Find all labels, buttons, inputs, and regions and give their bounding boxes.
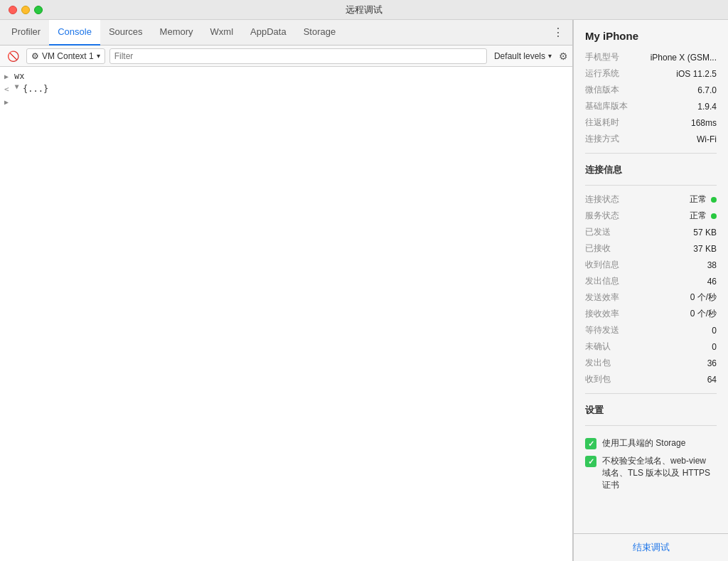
device-info-table: 手机型号 iPhone X (GSM... 运行系统 iOS 11.2.5 微信… — [574, 49, 728, 147]
label-msg-out: 发出信息 — [585, 275, 628, 287]
value-msg-in: 38 — [707, 259, 717, 271]
divider-4 — [585, 425, 717, 426]
label-rtt: 往返耗时 — [585, 117, 628, 129]
info-row-conn: 连接方式 Wi-Fi — [585, 131, 717, 147]
info-row-lib: 基础库版本 1.9.4 — [585, 98, 717, 114]
info-row-wechat: 微信版本 6.7.0 — [585, 82, 717, 98]
tab-sources[interactable]: Sources — [100, 20, 151, 46]
info-row-svc-status: 服务状态 正常 — [585, 208, 717, 224]
end-debug-button[interactable]: 结束调试 — [633, 541, 670, 554]
divider-3 — [585, 393, 717, 394]
maximize-button[interactable] — [34, 6, 43, 14]
connection-section-header: 连接信息 — [574, 159, 728, 179]
setting-ssl-label: 不校验安全域名、web-view 域名、TLS 版本以及 HTTPS 证书 — [602, 455, 717, 491]
value-pkt-out: 36 — [707, 357, 717, 369]
tab-bar: Profiler Console Sources Memory Wxml App… — [0, 20, 572, 46]
divider-1 — [585, 153, 717, 154]
expand-arrow-obj[interactable]: ▶ — [14, 85, 21, 93]
less-than-icon: < — [4, 85, 13, 94]
context-label: VM Context 1 — [42, 51, 94, 61]
info-row-pending: 等待发送 0 — [585, 322, 717, 338]
setting-storage-checkbox[interactable] — [585, 438, 596, 449]
value-phone-model: iPhone X (GSM... — [651, 51, 717, 63]
window-title: 远程调试 — [346, 4, 382, 16]
context-dropdown-icon: ▾ — [97, 52, 100, 60]
minimize-button[interactable] — [21, 6, 30, 14]
console-toolbar: 🚫 ⚙ VM Context 1 ▾ Default levels ▾ ⚙ — [0, 46, 572, 67]
tab-console[interactable]: Console — [49, 20, 100, 46]
device-title: My iPhone — [574, 20, 728, 49]
value-os: iOS 11.2.5 — [676, 68, 717, 80]
console-line-3[interactable]: ▶ — [0, 95, 572, 108]
label-unconfirmed: 未确认 — [585, 341, 628, 353]
label-recv-rate: 接收效率 — [585, 308, 628, 320]
value-msg-out: 46 — [707, 275, 717, 287]
connection-info-table: 连接状态 正常 服务状态 正常 已发送 57 KB 已接收 37 KB — [574, 191, 728, 388]
levels-dropdown-icon: ▾ — [548, 52, 552, 60]
label-wechat: 微信版本 — [585, 84, 628, 96]
setting-ssl-checkbox[interactable] — [585, 456, 596, 467]
value-send-rate: 0 个/秒 — [690, 292, 717, 304]
info-row-pkt-out: 发出包 36 — [585, 355, 717, 371]
vm-context-icon: ⚙ — [31, 51, 39, 61]
traffic-lights — [9, 6, 43, 14]
setting-storage-label: 使用工具端的 Storage — [602, 437, 685, 449]
levels-label: Default levels — [494, 51, 545, 61]
label-pending: 等待发送 — [585, 324, 628, 336]
label-conn: 连接方式 — [585, 133, 628, 145]
label-pkt-in: 收到包 — [585, 373, 628, 385]
label-pkt-out: 发出包 — [585, 357, 628, 369]
console-text-wx: wx — [14, 71, 24, 81]
info-row-pkt-in: 收到包 64 — [585, 371, 717, 388]
info-row-msg-in: 收到信息 38 — [585, 257, 717, 273]
filter-input[interactable] — [109, 48, 487, 64]
info-row-unconfirmed: 未确认 0 — [585, 338, 717, 355]
label-phone-model: 手机型号 — [585, 51, 628, 63]
main-layout: Profiler Console Sources Memory Wxml App… — [0, 20, 728, 561]
expand-arrow-wx[interactable]: ▶ — [4, 73, 13, 80]
label-lib: 基础库版本 — [585, 100, 628, 112]
value-lib: 1.9.4 — [697, 100, 717, 112]
close-button[interactable] — [9, 6, 17, 14]
end-debug-area: 结束调试 — [574, 533, 728, 561]
console-line-wx[interactable]: ▶ wx — [0, 70, 572, 82]
more-tabs-icon[interactable]: ⋮ — [547, 26, 569, 39]
label-os: 运行系统 — [585, 68, 628, 80]
setting-ssl-row: 不校验安全域名、web-view 域名、TLS 版本以及 HTTPS 证书 — [585, 455, 717, 491]
value-wechat: 6.7.0 — [697, 84, 717, 96]
clear-console-button[interactable]: 🚫 — [4, 49, 22, 63]
settings-gear-button[interactable]: ⚙ — [559, 50, 568, 62]
info-row-phone-model: 手机型号 iPhone X (GSM... — [585, 49, 717, 65]
info-row-received: 已接收 37 KB — [585, 240, 717, 257]
value-conn: Wi-Fi — [697, 133, 717, 145]
settings-section: 使用工具端的 Storage 不校验安全域名、web-view 域名、TLS 版… — [574, 432, 728, 503]
value-received: 37 KB — [693, 242, 717, 255]
levels-dropdown[interactable]: Default levels ▾ — [491, 50, 555, 63]
label-svc-status: 服务状态 — [585, 210, 628, 222]
tab-wxml[interactable]: Wxml — [202, 20, 242, 46]
titlebar: 远程调试 — [0, 0, 728, 20]
label-msg-in: 收到信息 — [585, 259, 628, 271]
right-panel: My iPhone 手机型号 iPhone X (GSM... 运行系统 iOS… — [573, 20, 728, 561]
conn-status-dot — [711, 197, 717, 203]
label-conn-status: 连接状态 — [585, 193, 628, 205]
info-row-os: 运行系统 iOS 11.2.5 — [585, 65, 717, 82]
tab-memory[interactable]: Memory — [151, 20, 202, 46]
expand-arrow-3[interactable]: ▶ — [4, 98, 13, 106]
value-unconfirmed: 0 — [712, 341, 717, 353]
tab-appdata[interactable]: AppData — [242, 20, 295, 46]
info-row-conn-status: 连接状态 正常 — [585, 191, 717, 208]
info-row-send-rate: 发送效率 0 个/秒 — [585, 289, 717, 306]
info-row-rtt: 往返耗时 168ms — [585, 114, 717, 131]
console-text-obj: {...} — [23, 84, 48, 94]
console-content: ▶ wx < ▶ {...} ▶ — [0, 67, 572, 561]
tab-storage[interactable]: Storage — [295, 20, 345, 46]
label-send-rate: 发送效率 — [585, 292, 628, 304]
info-row-msg-out: 发出信息 46 — [585, 273, 717, 289]
left-panel: Profiler Console Sources Memory Wxml App… — [0, 20, 573, 561]
context-selector[interactable]: ⚙ VM Context 1 ▾ — [26, 48, 105, 64]
divider-2 — [585, 185, 717, 186]
info-row-sent: 已发送 57 KB — [585, 224, 717, 240]
console-line-obj[interactable]: < ▶ {...} — [0, 82, 572, 95]
tab-profiler[interactable]: Profiler — [3, 20, 49, 46]
